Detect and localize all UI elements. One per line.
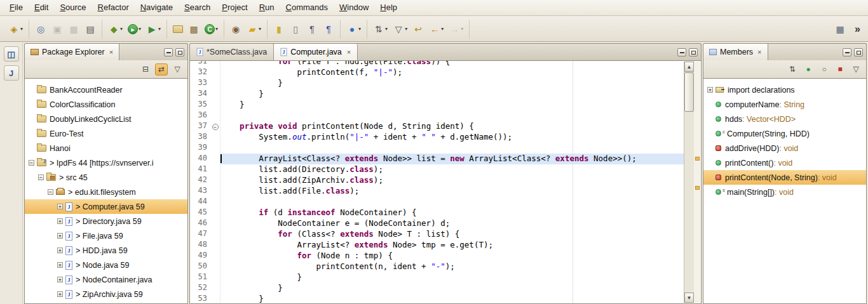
show-whitespace-icon[interactable]: ¶ — [304, 22, 320, 36]
menu-item-project[interactable]: Project — [216, 0, 253, 16]
tree-item[interactable]: ColorClassification — [25, 97, 187, 112]
tree-item[interactable]: BankAccountReader — [25, 83, 187, 97]
code-line[interactable]: } — [220, 89, 684, 100]
editor-vertical-scrollbar[interactable]: ▲ ▼ — [684, 62, 694, 303]
close-icon[interactable]: × — [109, 48, 113, 56]
member-item[interactable]: smain(String[]) : void — [703, 185, 866, 199]
tree-item[interactable]: DoublyLinkedCyclicList — [25, 112, 187, 126]
new-wizard-icon[interactable]: ◈▾ — [6, 22, 25, 36]
menu-item-run[interactable]: Run — [254, 0, 280, 16]
show-annotations-icon[interactable]: ▯ — [288, 22, 303, 36]
link-with-editor-icon[interactable]: ⇄ — [155, 63, 168, 76]
toolbar-overflow-chevron[interactable]: » — [855, 23, 860, 35]
hide-fields-icon[interactable]: ● — [802, 63, 815, 76]
package-explorer-tab[interactable]: Package Explorer × — [25, 44, 119, 60]
member-item[interactable]: +import declarations — [703, 83, 866, 97]
coverage-icon[interactable]: ◉ — [228, 22, 243, 36]
code-line[interactable]: private void printContent(Node d, String… — [220, 121, 684, 132]
collapse-all-icon[interactable]: ⊟ — [139, 63, 152, 76]
plus-expander-icon[interactable]: + — [57, 277, 63, 282]
code-line[interactable]: System.out.println("|-" + ident + " " + … — [220, 132, 684, 143]
filter-icon[interactable]: ▽▾ — [391, 22, 409, 36]
print-icon[interactable]: ▤ — [83, 22, 98, 36]
java-editor-icon[interactable]: J — [4, 65, 19, 81]
tree-item[interactable]: −> edu.kit.filesystem — [25, 185, 187, 199]
plus-expander-icon[interactable]: + — [57, 204, 63, 209]
code-editor[interactable]: for (File f : hdd.get(File.class)) { pri… — [220, 61, 684, 303]
sort-icon[interactable]: ⇅ — [786, 63, 799, 76]
tree-item[interactable]: +> Computer.java 59 — [25, 199, 187, 214]
editor-tab-computerjava[interactable]: Computer.java× — [274, 44, 358, 60]
code-line[interactable] — [220, 197, 684, 208]
new-class-icon[interactable]: C▾ — [203, 23, 220, 36]
maximize-button[interactable] — [175, 48, 184, 56]
code-line[interactable]: for (Node n : tmp) { — [220, 251, 684, 261]
code-line[interactable]: } — [220, 272, 684, 283]
editor-tab-someclassjava[interactable]: *SomeClass.java — [190, 44, 274, 60]
search-icon[interactable]: ▰▾ — [245, 22, 263, 36]
code-line[interactable]: printContent(n, ident + "-"); — [220, 261, 684, 272]
tree-item[interactable]: +> Node.java 59 — [25, 258, 187, 272]
external-tools-icon[interactable]: ▶▾ — [144, 22, 163, 36]
minimize-button[interactable] — [843, 48, 851, 56]
code-line[interactable] — [220, 143, 684, 154]
plus-expander-icon[interactable]: + — [57, 233, 63, 239]
minus-expander-icon[interactable]: − — [29, 160, 34, 166]
code-line[interactable]: list.add(Directory.class); — [220, 164, 684, 175]
tree-item[interactable]: +> Directory.java 59 — [25, 214, 187, 228]
code-line[interactable]: list.add(File.class); — [220, 186, 684, 197]
tree-item[interactable]: −> src 45 — [25, 170, 187, 185]
code-line[interactable]: ArrayList<Class<? extends Node>> list = … — [220, 154, 684, 164]
member-item[interactable]: hdds : Vector<HDD> — [703, 112, 866, 126]
code-line[interactable]: for (Class<? extends Node> T : list) { — [220, 229, 684, 240]
menu-item-file[interactable]: File — [4, 0, 29, 16]
code-line[interactable] — [220, 110, 684, 121]
code-line[interactable]: } — [220, 283, 684, 294]
minimize-button[interactable] — [677, 48, 686, 56]
member-item[interactable]: cComputer(String, HDD) — [703, 126, 866, 141]
menu-item-help[interactable]: Help — [374, 0, 403, 16]
member-item[interactable]: computerName : String — [703, 97, 866, 112]
code-line[interactable]: } — [220, 78, 684, 89]
menu-item-refactor[interactable]: Refactor — [92, 0, 135, 16]
scroll-up-arrow[interactable]: ▲ — [684, 62, 694, 72]
code-line[interactable]: printContent(f, "|-"); — [220, 67, 684, 78]
debug-icon[interactable]: ◆▾ — [106, 22, 125, 36]
hide-static-icon[interactable]: ○ — [818, 63, 831, 76]
open-type-icon[interactable]: ◎ — [33, 22, 48, 36]
member-item[interactable]: printContent(Node, String) : void — [703, 170, 866, 185]
menu-item-navigate[interactable]: Navigate — [135, 0, 179, 16]
code-line[interactable]: if (d instanceof NodeContainer) { — [220, 208, 684, 218]
scrollbar-thumb[interactable] — [684, 72, 694, 112]
code-line[interactable]: } — [220, 100, 684, 110]
last-edit-location-icon[interactable]: ↩ — [410, 22, 426, 36]
menu-item-window[interactable]: Window — [334, 0, 374, 16]
close-icon[interactable]: × — [347, 48, 351, 56]
code-line[interactable]: NodeContainer e = (NodeContainer) d; — [220, 218, 684, 229]
perspective-icon[interactable]: ▦ — [832, 22, 848, 36]
members-tab[interactable]: Members × — [703, 44, 768, 60]
view-menu-icon[interactable]: ▽ — [850, 63, 862, 76]
minus-expander-icon[interactable]: − — [48, 189, 53, 195]
minimize-button[interactable] — [164, 48, 173, 56]
member-item[interactable]: printContent() : void — [703, 155, 866, 170]
web-browser-icon[interactable]: ●▾ — [344, 22, 363, 36]
minus-expander-icon[interactable]: − — [38, 175, 44, 180]
mark-occurrences-icon[interactable]: ▮ — [271, 22, 287, 36]
code-line[interactable]: } — [220, 294, 684, 303]
restore-panel-icon[interactable]: ◫ — [4, 46, 19, 62]
tree-item[interactable]: +> File.java 59 — [25, 228, 187, 243]
hide-non-public-icon[interactable]: ■ — [834, 63, 846, 76]
fold-collapse-icon[interactable]: − — [210, 121, 220, 132]
view-menu-icon[interactable]: ▽ — [171, 63, 184, 76]
tree-item[interactable]: Hanoi — [25, 141, 187, 155]
plus-expander-icon[interactable]: + — [707, 87, 713, 93]
plus-expander-icon[interactable]: + — [57, 262, 63, 268]
menu-item-source[interactable]: Source — [54, 0, 92, 16]
format-icon[interactable]: ¶ — [321, 22, 336, 36]
back-icon[interactable]: ←▾ — [427, 22, 445, 36]
menu-item-edit[interactable]: Edit — [29, 0, 54, 16]
maximize-button[interactable] — [689, 48, 698, 56]
close-icon[interactable]: × — [757, 48, 761, 56]
tree-item[interactable]: Euro-Test — [25, 126, 187, 141]
